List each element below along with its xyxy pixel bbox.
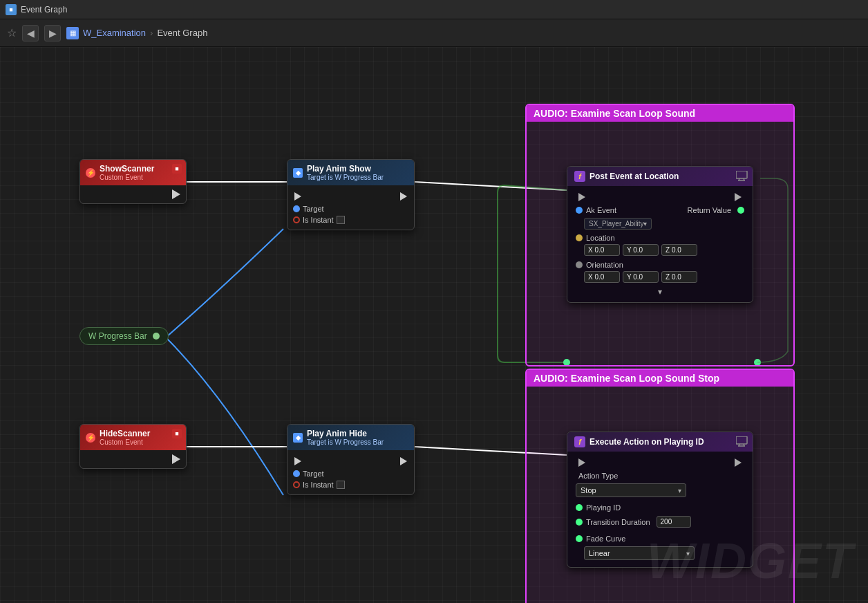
action-type-dropdown[interactable]: Stop ▾ bbox=[576, 483, 686, 497]
func-icon: f bbox=[574, 171, 585, 182]
exec-input-pin bbox=[294, 192, 301, 201]
is-instant-pin bbox=[293, 481, 300, 488]
hide-scanner-body bbox=[80, 450, 186, 468]
orientation-x-input[interactable] bbox=[584, 271, 620, 283]
event-graph-canvas[interactable]: AUDIO: Examine Scan Loop Sound AUDIO: Ex… bbox=[0, 47, 868, 603]
progress-bar-label: W Progress Bar bbox=[88, 331, 147, 341]
show-scanner-title: ShowScanner bbox=[100, 164, 154, 174]
play-anim-hide-title: Play Anim Hide bbox=[307, 429, 384, 438]
transition-input[interactable] bbox=[657, 516, 691, 528]
exec-input-pin bbox=[294, 457, 301, 465]
target-pin bbox=[293, 205, 300, 212]
is-instant-pin bbox=[293, 216, 300, 223]
target-pin-row: Target bbox=[290, 203, 411, 214]
fade-curve-pin bbox=[576, 535, 583, 542]
fade-curve-dropdown-wrapper: Linear ▾ bbox=[584, 546, 744, 560]
dropdown-arrow-fade: ▾ bbox=[686, 550, 690, 557]
show-scanner-body bbox=[80, 185, 186, 203]
back-button[interactable]: ◀ bbox=[22, 25, 39, 41]
exec-pins-row bbox=[290, 454, 411, 468]
orientation-label: Orientation bbox=[586, 261, 623, 269]
monitor-icon bbox=[736, 171, 748, 185]
play-anim-show-header: ◆ Play Anim Show Target is W Progress Ba… bbox=[287, 160, 414, 185]
target-pin bbox=[293, 470, 300, 477]
location-label: Location bbox=[586, 234, 615, 242]
fade-curve-label: Fade Curve bbox=[586, 535, 625, 543]
location-inputs bbox=[584, 244, 747, 256]
ak-event-value-row: SX_Player_Ability▾ bbox=[584, 216, 747, 229]
forward-icon: ▶ bbox=[49, 28, 57, 39]
location-y-input[interactable] bbox=[623, 244, 659, 256]
target-label: Target bbox=[303, 470, 324, 478]
breadcrumb: ▦ W_Examination › Event Graph bbox=[66, 27, 207, 39]
playing-id-pin bbox=[576, 504, 583, 511]
ak-event-label: Ak Event bbox=[586, 206, 616, 214]
playing-id-row: Playing ID bbox=[573, 501, 747, 514]
favorite-icon[interactable]: ☆ bbox=[7, 26, 17, 39]
location-z-input[interactable] bbox=[661, 244, 697, 256]
play-anim-hide-subtitle: Target is W Progress Bar bbox=[307, 438, 384, 446]
exec-row bbox=[573, 190, 747, 204]
post-event-title: Post Event at Location bbox=[589, 171, 679, 181]
playing-id-label: Playing ID bbox=[586, 503, 621, 512]
transition-row: Transition Duration bbox=[573, 514, 747, 530]
play-anim-show-subtitle: Target is W Progress Bar bbox=[307, 174, 384, 181]
hide-scanner-header: ⚡ HideScanner Custom Event ■ bbox=[80, 425, 186, 450]
breadcrumb-root[interactable]: W_Examination bbox=[83, 28, 146, 38]
breadcrumb-current: Event Graph bbox=[157, 28, 207, 38]
breadcrumb-separator: › bbox=[150, 28, 153, 38]
execute-action-header: f Execute Action on Playing ID bbox=[567, 432, 753, 452]
play-anim-hide-body: Target Is Instant bbox=[287, 450, 414, 494]
titlebar-title: Event Graph bbox=[21, 5, 67, 15]
post-event-node: f Post Event at Location Ak Event Retur bbox=[567, 166, 753, 303]
execute-action-body: Action Type Stop ▾ Playing ID Transition… bbox=[567, 452, 753, 567]
transition-pin bbox=[576, 519, 583, 526]
is-instant-label: Is Instant bbox=[303, 481, 334, 489]
comment-header-top: AUDIO: Examine Scan Loop Sound bbox=[527, 105, 793, 122]
fade-curve-row: Fade Curve bbox=[573, 532, 747, 545]
action-type-label: Action Type bbox=[576, 472, 618, 480]
exec-output-pin bbox=[172, 454, 180, 464]
back-icon: ◀ bbox=[27, 28, 35, 39]
exec-output-pin bbox=[400, 192, 407, 201]
expand-arrow[interactable]: ▾ bbox=[573, 286, 747, 298]
is-instant-checkbox[interactable] bbox=[337, 216, 345, 224]
titlebar-icon: ■ bbox=[6, 4, 17, 15]
hide-scanner-node: ⚡ HideScanner Custom Event ■ bbox=[79, 424, 187, 469]
show-scanner-subtitle: Custom Event bbox=[100, 174, 154, 181]
exec-output-pin bbox=[400, 457, 407, 465]
target-pin-row: Target bbox=[290, 468, 411, 479]
is-instant-pin-row: Is Instant bbox=[290, 479, 411, 490]
progress-bar-var-node: W Progress Bar bbox=[79, 327, 169, 345]
play-anim-hide-node: ◆ Play Anim Hide Target is W Progress Ba… bbox=[287, 424, 415, 495]
location-x-input[interactable] bbox=[584, 244, 620, 256]
play-anim-hide-icon: ◆ bbox=[293, 433, 303, 443]
hide-scanner-icon: ⚡ bbox=[86, 433, 95, 443]
navbar: ☆ ◀ ▶ ▦ W_Examination › Event Graph bbox=[0, 19, 868, 47]
ak-event-value[interactable]: SX_Player_Ability▾ bbox=[584, 218, 652, 230]
orientation-row: Orientation bbox=[573, 259, 747, 271]
execute-action-title: Execute Action on Playing ID bbox=[589, 437, 704, 447]
forward-button[interactable]: ▶ bbox=[44, 25, 61, 41]
exec-in-pin-2 bbox=[578, 458, 585, 467]
fade-curve-dropdown[interactable]: Linear ▾ bbox=[584, 546, 695, 560]
monitor-icon-2 bbox=[736, 436, 748, 450]
post-event-header: f Post Event at Location bbox=[567, 167, 753, 186]
transition-label: Transition Duration bbox=[586, 518, 650, 526]
action-type-value: Stop bbox=[581, 486, 596, 494]
blueprint-icon: ▦ bbox=[66, 27, 79, 39]
exec-row-2 bbox=[573, 456, 747, 470]
post-event-body: Ak Event Return Value SX_Player_Ability▾… bbox=[567, 186, 753, 302]
ak-event-pin bbox=[576, 207, 583, 214]
orientation-z-input[interactable] bbox=[661, 271, 697, 283]
exec-pins-row bbox=[290, 189, 411, 203]
exec-out-pin-2 bbox=[735, 458, 742, 467]
svg-rect-2 bbox=[736, 171, 747, 178]
play-anim-show-icon: ◆ bbox=[293, 168, 303, 178]
is-instant-checkbox[interactable] bbox=[337, 481, 345, 489]
execute-action-node: f Execute Action on Playing ID Action Ty… bbox=[567, 432, 753, 568]
var-output-pin bbox=[153, 333, 160, 340]
location-row: Location bbox=[573, 232, 747, 244]
exec-out-pin bbox=[735, 193, 742, 201]
orientation-y-input[interactable] bbox=[623, 271, 659, 283]
